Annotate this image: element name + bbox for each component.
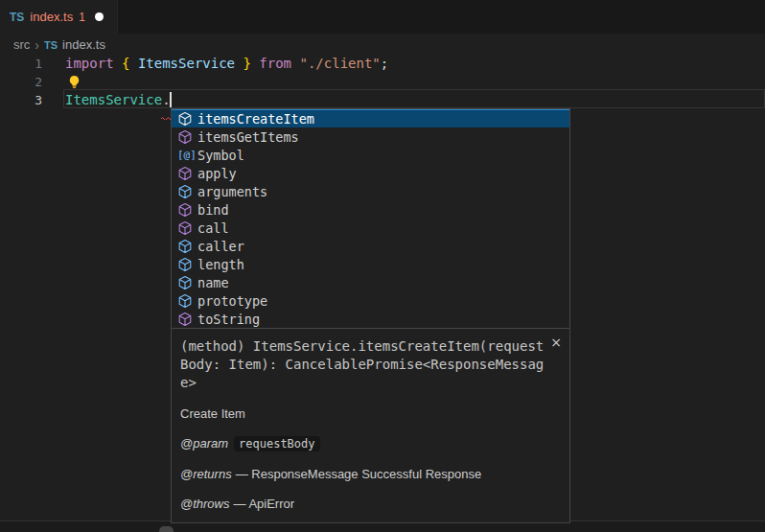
method-icon	[177, 312, 193, 327]
suggestion-item[interactable]: [@] toString	[172, 310, 569, 328]
code-line-3: ItemsService.	[65, 91, 171, 109]
code-line-1: import { ItemsService } from "./client";	[65, 55, 388, 73]
breadcrumb-file[interactable]: index.ts	[62, 37, 105, 52]
symbol-misc-icon: [@]	[177, 149, 193, 161]
close-icon[interactable]: ×	[550, 335, 562, 350]
suggestion-item[interactable]: [@] apply	[172, 164, 569, 182]
suggestion-item[interactable]: [@] arguments	[172, 182, 569, 200]
method-icon	[177, 166, 193, 181]
field-icon	[177, 257, 193, 272]
suggestion-item[interactable]: [@] prototype	[172, 291, 569, 310]
field-icon	[177, 239, 193, 254]
typescript-file-icon: TS	[10, 11, 24, 24]
method-icon	[177, 202, 193, 218]
param-name-chip: requestBody	[234, 436, 319, 451]
breadcrumb: src › TS index.ts	[13, 35, 105, 55]
chevron-right-icon: ›	[35, 37, 39, 53]
unsaved-changes-dot-icon[interactable]	[95, 12, 104, 21]
code-token: ;	[381, 56, 388, 71]
code-token: {	[122, 56, 138, 71]
code-token: ItemsService	[138, 56, 235, 71]
suggestion-item[interactable]: [@] name	[172, 273, 569, 291]
vscode-window: TS index.ts 1 src › TS index.ts 1 2 3 im…	[0, 0, 765, 532]
line-number: 1	[0, 55, 42, 73]
code-token: "./client"	[299, 56, 380, 71]
doc-param-tag: @paramrequestBody	[180, 435, 560, 452]
suggestion-item[interactable]: [@] caller	[172, 237, 569, 255]
doc-throws-tag: @throws— ApiError	[180, 496, 560, 512]
line-number: 2	[0, 73, 42, 91]
field-icon	[177, 184, 193, 199]
suggestion-item[interactable]: [@] bind	[172, 200, 569, 219]
method-icon	[177, 220, 193, 236]
suggestion-item[interactable]: [@] Symbol	[172, 146, 569, 164]
tab-index-ts[interactable]: TS index.ts 1	[0, 0, 118, 34]
suggest-widget: [@] itemsCreateItem [@] itemsGetItems [@…	[171, 108, 570, 523]
field-icon	[177, 275, 193, 290]
suggestion-item[interactable]: [@] itemsCreateItem	[172, 109, 569, 127]
code-token: ItemsService	[65, 92, 162, 107]
suggestion-item[interactable]: [@] call	[172, 219, 569, 237]
suggest-docs-panel: × (method) ItemsService.itemsCreateItem(…	[172, 328, 569, 522]
doc-summary: Create Item	[180, 405, 560, 422]
method-signature: (method) ItemsService.itemsCreateItem(re…	[180, 337, 544, 392]
tab-label: index.ts	[30, 10, 73, 24]
tab-error-count: 1	[79, 11, 85, 24]
suggestion-list: [@] itemsCreateItem [@] itemsGetItems [@…	[172, 109, 569, 328]
suggestion-item[interactable]: [@] length	[172, 255, 569, 273]
breadcrumb-folder[interactable]: src	[13, 37, 30, 52]
method-icon	[177, 111, 193, 127]
text-cursor	[170, 92, 172, 107]
method-icon	[177, 129, 193, 145]
code-token: }	[235, 56, 259, 71]
doc-returns-tag: @returns— ResponseMessage Successful Res…	[180, 466, 560, 482]
code-token: from	[259, 56, 299, 71]
line-number: 3	[0, 91, 42, 109]
suggestion-item[interactable]: [@] itemsGetItems	[172, 127, 569, 146]
code-token: import	[65, 56, 122, 71]
field-icon	[177, 293, 193, 309]
tab-bar: TS index.ts 1	[0, 0, 765, 34]
panel-grip-dot	[159, 526, 174, 532]
typescript-file-icon: TS	[44, 39, 58, 51]
